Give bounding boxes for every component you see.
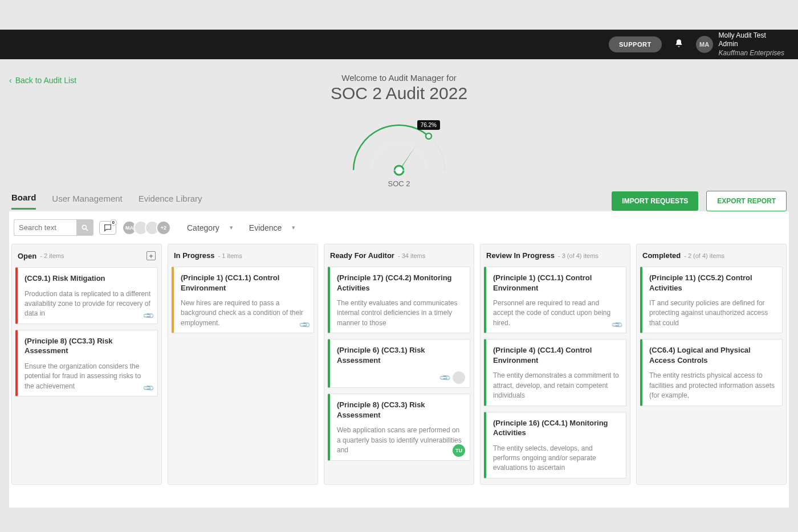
attachment-icon: 📎 [142,309,154,322]
column-count: - 3 (of 4) items [558,252,598,259]
user-avatar[interactable]: MA [696,36,713,53]
audit-card[interactable]: (Principle 8) (CC3.3) Risk AssessmentWeb… [328,394,470,460]
card-description: Web application scans are performed on a… [337,425,464,455]
attachment-icon: 📎 [438,371,451,384]
card-title: (Principle 8) (CC3.3) Risk Assessment [337,400,464,420]
assignee-avatar [453,371,465,384]
top-navbar: SUPPORT MA Molly Audit Test Admin Kauffm… [0,30,798,59]
progress-gauge: 76.2% SOC 2 [342,113,456,176]
audit-card[interactable]: (Principle 6) (CC3.1) Risk Assessment📎 [328,339,470,388]
card-description: The entity selects, develops, and perfor… [493,444,620,473]
audit-card[interactable]: (Principle 16) (CC4.1) Monitoring Activi… [484,412,626,478]
gauge-framework-label: SOC 2 [342,179,456,188]
user-role: Admin [719,40,784,49]
avatar-more-chip[interactable]: +2 [156,220,171,235]
card-title: (Principle 11) (CC5.2) Control Activitie… [649,273,776,293]
comment-count: 0 [110,219,117,226]
filter-label: Category [187,223,219,232]
search-input[interactable] [14,219,76,236]
chevron-left-icon: ‹ [9,76,12,85]
category-filter[interactable]: Category ▾ [187,223,233,232]
tab-evidence-library[interactable]: Evidence Library [139,194,202,209]
card-title: (Principle 16) (CC4.1) Monitoring Activi… [493,418,620,438]
column-title: Open [18,252,36,260]
audit-card[interactable]: (CC6.4) Logical and Physical Access Cont… [640,339,783,406]
card-title: (Principle 17) (CC4.2) Monitoring Activi… [337,273,464,293]
chevron-down-icon: ▾ [292,224,295,231]
tab-bar: Board User Management Evidence Library I… [9,191,789,211]
kanban-columns: Open- 2 items+(CC9.1) Risk MitigationPro… [11,242,787,508]
kanban-column: Open- 2 items+(CC9.1) Risk MitigationPro… [11,244,162,485]
card-description: Ensure the organization considers the po… [25,362,152,391]
audit-card[interactable]: (CC9.1) Risk MitigationProduction data i… [15,267,158,324]
filter-label: Evidence [249,223,282,232]
notifications-icon[interactable] [674,39,683,50]
attachment-icon: 📎 [142,382,154,395]
column-title: Review In Progress [486,251,555,260]
column-count: - 1 items [218,252,242,259]
svg-line-5 [85,228,88,231]
welcome-header: Welcome to Audit Manager for SOC 2 Audit… [9,73,789,103]
user-info[interactable]: Molly Audit Test Admin Kauffman Enterpri… [719,31,784,58]
chevron-down-icon: ▾ [230,224,233,231]
card-title: (Principle 6) (CC3.1) Risk Assessment [337,345,464,365]
column-count: - 2 items [40,252,64,259]
user-name: Molly Audit Test [719,31,784,40]
card-description: Personnel are required to read and accep… [493,298,620,328]
tab-board[interactable]: Board [11,193,36,210]
comments-button[interactable]: 0 [99,221,116,235]
card-title: (Principle 1) (CC1.1) Control Environmen… [181,273,308,293]
svg-point-0 [426,133,431,139]
attachment-icon: 📎 [610,319,623,332]
back-to-audit-list-link[interactable]: ‹ Back to Audit List [9,76,76,85]
column-title: Ready For Auditor [330,251,394,260]
gauge-percent-badge: 76.2% [417,120,440,130]
audit-card[interactable]: (Principle 11) (CC5.2) Control Activitie… [640,267,783,333]
evidence-filter[interactable]: Evidence ▾ [249,223,296,232]
column-title: Completed [642,251,681,260]
audit-card[interactable]: (Principle 1) (CC1.1) Control Environmen… [172,267,314,333]
back-link-label: Back to Audit List [15,76,76,85]
audit-card[interactable]: (Principle 17) (CC4.2) Monitoring Activi… [328,267,470,333]
import-requests-button[interactable]: IMPORT REQUESTS [612,191,698,211]
column-count: - 2 (of 4) items [684,252,724,259]
assignee-filter-avatars[interactable]: MA +2 [122,220,171,235]
card-description: New hires are required to pass a backgro… [181,298,308,328]
search-button[interactable] [76,219,93,236]
kanban-column: Ready For Auditor- 34 items(Principle 17… [324,244,474,485]
column-title: In Progress [174,251,215,260]
audit-card[interactable]: (Principle 8) (CC3.3) Risk AssessmentEns… [15,330,158,396]
support-button[interactable]: SUPPORT [609,36,662,52]
kanban-column: Review In Progress- 3 (of 4) items(Princ… [480,244,630,485]
column-count: - 34 items [398,252,425,259]
svg-point-4 [82,225,86,229]
card-description: The entity evaluates and communicates in… [337,298,464,328]
card-description: IT and security policies are defined for… [649,298,776,328]
user-org: Kauffman Enterprises [719,49,784,58]
card-title: (CC6.4) Logical and Physical Access Cont… [649,345,776,365]
welcome-title: SOC 2 Audit 2022 [9,84,789,103]
card-description: The entity restricts physical access to … [649,371,776,400]
audit-card[interactable]: (Principle 1) (CC1.1) Control Environmen… [484,267,626,333]
board-toolbar: 0 MA +2 Category ▾ Evidence ▾ [11,219,787,242]
welcome-subtitle: Welcome to Audit Manager for [9,73,789,83]
audit-card[interactable]: (Principle 4) (CC1.4) Control Environmen… [484,339,626,406]
add-card-button[interactable]: + [146,251,156,260]
kanban-column: In Progress- 1 items(Principle 1) (CC1.1… [168,244,318,485]
card-title: (Principle 1) (CC1.1) Control Environmen… [493,273,620,293]
attachment-icon: 📎 [298,319,311,332]
card-description: The entity demonstrates a commitment to … [493,371,620,400]
card-title: (CC9.1) Risk Mitigation [25,273,152,284]
assignee-avatar: TU [453,444,465,457]
card-title: (Principle 8) (CC3.3) Risk Assessment [25,336,152,356]
card-title: (Principle 4) (CC1.4) Control Environmen… [493,345,620,365]
export-report-button[interactable]: EXPORT REPORT [706,191,787,211]
kanban-column: Completed- 2 (of 4) items(Principle 11) … [636,244,787,485]
tab-user-management[interactable]: User Management [52,194,122,209]
card-description: Production data is replicated to a diffe… [25,289,152,319]
